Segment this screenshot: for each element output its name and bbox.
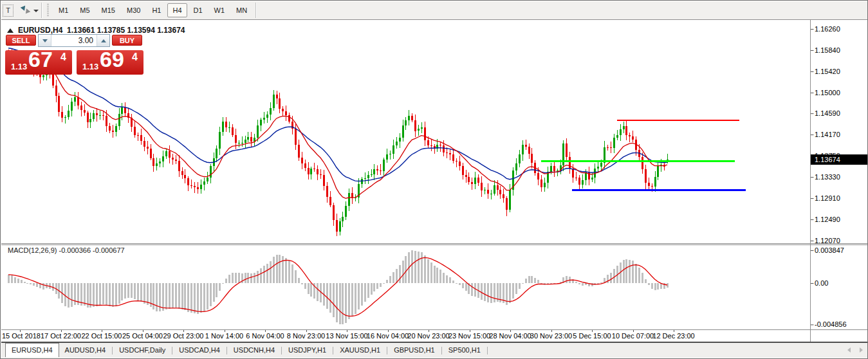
svg-text:23 Nov 15:00: 23 Nov 15:00 (448, 332, 490, 340)
tab-divider (333, 347, 333, 354)
svg-text:12 Dec 23:00: 12 Dec 23:00 (652, 332, 694, 340)
svg-text:1.12490: 1.12490 (815, 216, 840, 223)
timeframe-buttons: M1M5M15M30H1H4D1W1MN (53, 3, 253, 17)
tab-scroll-left-icon[interactable] (847, 347, 851, 353)
tab-sp500-h1[interactable]: SP500,H1 (443, 344, 486, 357)
timeframe-d1[interactable]: D1 (189, 3, 208, 17)
svg-text:6 Nov 04:00: 6 Nov 04:00 (246, 332, 284, 340)
svg-text:1.15000: 1.15000 (815, 89, 840, 97)
svg-text:1.12910: 1.12910 (815, 194, 840, 202)
toolbar: T M1M5M15M30H1H4D1W1MN (1, 1, 868, 20)
svg-text:5 Dec 15:00: 5 Dec 15:00 (573, 332, 611, 340)
tab-divider (487, 347, 488, 354)
svg-text:0.00: 0.00 (815, 279, 828, 287)
svg-text:1.13330: 1.13330 (815, 173, 840, 181)
macd-indicator-label: MACD(12,26,9) -0.000366 -0.000677 (8, 246, 125, 254)
svg-text:0.003847: 0.003847 (815, 246, 844, 254)
arrow-down-icon (24, 8, 31, 15)
svg-text:1.16260: 1.16260 (815, 25, 840, 33)
arrange-arrows-icon[interactable] (19, 5, 31, 16)
sell-button[interactable]: SELL (6, 35, 36, 46)
buy-price-prefix: 1.13 (82, 62, 98, 71)
volume-input[interactable] (51, 35, 97, 46)
toolbar-grip[interactable] (47, 4, 49, 17)
tab-divider (226, 347, 227, 354)
tab-eurusd-h4[interactable]: EURUSD,H4 (5, 343, 59, 357)
tab-usdcad-h4[interactable]: USDCAD,H4 (173, 344, 226, 357)
tab-gbpusd-h1[interactable]: GBPUSD,H1 (388, 344, 441, 357)
sell-price-big: 67 (28, 47, 53, 72)
volume-decrement-button[interactable] (39, 35, 51, 46)
macd-main-value: -0.000366 (59, 246, 91, 254)
toolbar-separator (255, 3, 257, 18)
tab-usdcnh-h4[interactable]: USDCNH,H4 (228, 344, 281, 357)
svg-text:25 Oct 04:00: 25 Oct 04:00 (122, 332, 163, 340)
svg-text:1.13674: 1.13674 (815, 156, 840, 163)
trade-panel: SELL BUY 1.13 67 4 1.13 69 4 (5, 33, 143, 75)
tab-divider (441, 347, 442, 354)
tab-bar: EURUSD,H4AUDUSD,H4USDCHF,DailyUSDCAD,H4U… (1, 343, 868, 358)
svg-text:13 Nov 15:00: 13 Nov 15:00 (326, 332, 367, 340)
tab-divider (281, 347, 282, 354)
svg-text:16 Nov 04:00: 16 Nov 04:00 (367, 332, 409, 340)
svg-text:30 Nov 23:00: 30 Nov 23:00 (530, 332, 572, 340)
timeframe-w1[interactable]: W1 (209, 3, 230, 17)
text-label-tool-icon[interactable]: T (3, 5, 14, 17)
timeframe-h1[interactable]: H1 (147, 3, 166, 17)
tab-divider (172, 347, 172, 354)
tab-xauusd-h1[interactable]: XAUUSD,H1 (334, 344, 386, 357)
buy-price-sup: 4 (132, 51, 138, 63)
buy-button[interactable]: BUY (112, 35, 142, 46)
timeframe-m5[interactable]: M5 (75, 3, 95, 17)
svg-text:20 Nov 23:00: 20 Nov 23:00 (407, 332, 449, 340)
svg-text:1.15840: 1.15840 (815, 46, 840, 54)
tab-divider (387, 347, 387, 354)
svg-text:17 Oct 22:00: 17 Oct 22:00 (41, 332, 81, 340)
sell-price[interactable]: 1.13 67 4 (5, 50, 72, 75)
timeframe-m15[interactable]: M15 (97, 3, 120, 17)
timeframe-m30[interactable]: M30 (122, 3, 145, 17)
timeframe-m1[interactable]: M1 (53, 3, 73, 17)
svg-text:1 Nov 14:00: 1 Nov 14:00 (205, 332, 243, 340)
sell-price-prefix: 1.13 (11, 62, 27, 71)
volume-increment-button[interactable] (97, 35, 109, 46)
svg-text:-0.004856: -0.004856 (815, 320, 847, 328)
buy-price[interactable]: 1.13 69 4 (77, 50, 143, 75)
svg-text:10 Dec 07:00: 10 Dec 07:00 (612, 332, 654, 340)
svg-text:1.14170: 1.14170 (815, 131, 840, 138)
svg-text:8 Nov 23:00: 8 Nov 23:00 (287, 332, 325, 340)
svg-text:1.15420: 1.15420 (815, 68, 840, 75)
timeframe-h4[interactable]: H4 (167, 3, 187, 17)
svg-text:15 Oct 2018: 15 Oct 2018 (2, 332, 41, 340)
tab-audusd-h4[interactable]: AUDUSD,H4 (59, 344, 112, 357)
tab-divider (112, 347, 113, 354)
sell-price-sup: 4 (60, 51, 66, 63)
caret-up-icon (101, 39, 106, 42)
dropdown-caret-icon[interactable] (33, 10, 39, 12)
volume-stepper (38, 34, 110, 47)
svg-text:28 Nov 04:00: 28 Nov 04:00 (489, 332, 531, 340)
tab-scroll-buttons (847, 347, 863, 353)
tab-usdjpy-h1[interactable]: USDJPY,H1 (282, 344, 332, 357)
svg-text:1.14590: 1.14590 (815, 109, 840, 117)
svg-text:29 Oct 23:00: 29 Oct 23:00 (163, 332, 204, 340)
svg-text:22 Oct 15:00: 22 Oct 15:00 (82, 332, 122, 340)
collapse-arrow-icon[interactable] (7, 28, 14, 33)
tab-usdchf-daily[interactable]: USDCHF,Daily (113, 344, 171, 357)
macd-name: MACD(12,26,9) (8, 246, 57, 254)
terminal-window: T M1M5M15M30H1H4D1W1MN 1.162601.158401.1… (0, 0, 868, 359)
caret-down-icon (42, 39, 48, 42)
toolbar-separator (41, 3, 42, 18)
buy-price-big: 69 (100, 47, 124, 72)
tab-scroll-right-icon[interactable] (860, 347, 863, 353)
macd-signal-value: -0.000677 (93, 246, 125, 254)
timeframe-mn[interactable]: MN (231, 3, 252, 17)
